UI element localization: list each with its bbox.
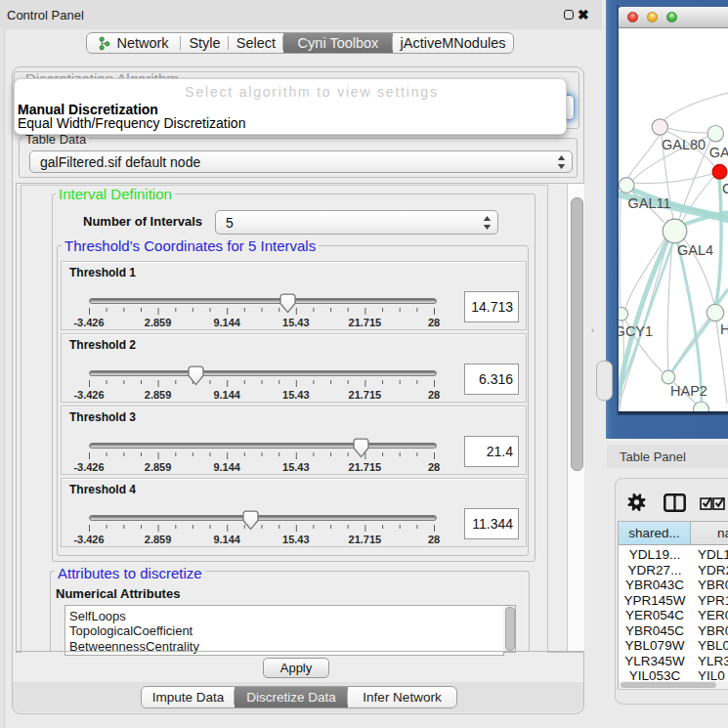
svg-text:GAL4: GAL4 — [677, 242, 713, 258]
svg-text:GAL4: GAL4 — [709, 145, 728, 160]
svg-text:GCY1: GCY1 — [618, 323, 653, 339]
svg-text:HAP2: HAP2 — [670, 383, 707, 399]
svg-text:GAL11: GAL11 — [628, 195, 671, 211]
svg-text:HAP: HAP — [720, 321, 728, 337]
svg-text:GAL80: GAL80 — [662, 137, 706, 152]
svg-text:CYC: CYC — [722, 181, 728, 196]
